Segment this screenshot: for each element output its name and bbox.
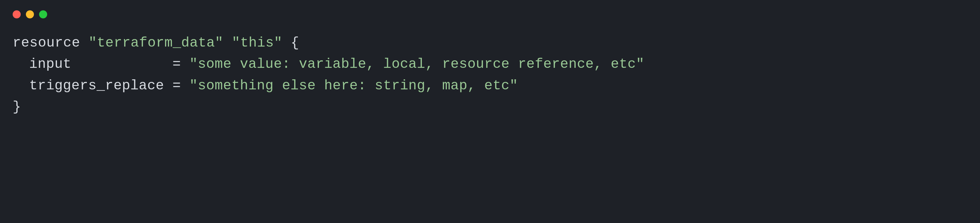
- code-brace: }: [13, 99, 21, 115]
- code-block: resource "terraform_data" "this" { input…: [13, 32, 967, 118]
- code-line: }: [13, 96, 967, 117]
- code-line: triggers_replace = "something else here:…: [13, 75, 967, 96]
- code-attribute: input: [29, 56, 72, 72]
- maximize-icon[interactable]: [39, 10, 47, 18]
- code-string: "some value: variable, local, resource r…: [189, 56, 644, 72]
- close-icon[interactable]: [13, 10, 21, 18]
- code-line: input = "some value: variable, local, re…: [13, 54, 967, 75]
- code-keyword: resource: [13, 35, 80, 51]
- code-line: resource "terraform_data" "this" {: [13, 32, 967, 54]
- code-string: "terraform_data": [89, 35, 223, 51]
- code-equals: =: [164, 78, 189, 93]
- minimize-icon[interactable]: [26, 10, 34, 18]
- code-attribute: triggers_replace: [29, 78, 164, 93]
- code-string: "something else here: string, map, etc": [189, 78, 518, 93]
- code-equals: =: [164, 56, 189, 72]
- code-string: "this": [232, 35, 282, 51]
- window-controls: [13, 10, 967, 18]
- code-padding: [71, 56, 164, 72]
- code-brace: {: [291, 35, 299, 51]
- code-window: resource "terraform_data" "this" { input…: [0, 0, 980, 223]
